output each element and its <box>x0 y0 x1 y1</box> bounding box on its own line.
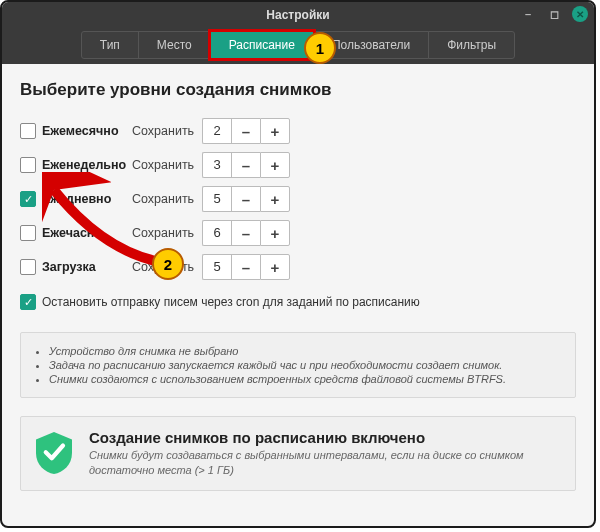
status-box: Создание снимков по расписанию включено … <box>20 416 576 491</box>
label-monthly: Ежемесячно <box>42 124 119 138</box>
checkbox-boot[interactable] <box>20 259 36 275</box>
stepper-plus[interactable]: + <box>260 254 290 280</box>
maximize-button[interactable]: ◻ <box>546 6 562 22</box>
status-title: Создание снимков по расписанию включено <box>89 429 561 446</box>
annotation-marker-2: 2 <box>152 248 184 280</box>
settings-window: Настройки – ◻ ✕ Тип Место Расписание Пол… <box>0 0 596 528</box>
stepper-hourly: 6 – + <box>202 220 290 246</box>
stepper-minus[interactable]: – <box>231 186 260 212</box>
stepper-boot: 5 – + <box>202 254 290 280</box>
stepper-minus[interactable]: – <box>231 220 260 246</box>
keep-label: Сохранить <box>132 192 202 206</box>
stepper-minus[interactable]: – <box>231 118 260 144</box>
level-row-weekly: Еженедельно Сохранить 3 – + <box>20 148 576 182</box>
info-box: Устройство для снимка не выбрано Задача … <box>20 332 576 398</box>
stepper-value[interactable]: 5 <box>202 186 231 212</box>
stepper-value[interactable]: 2 <box>202 118 231 144</box>
stepper-value[interactable]: 5 <box>202 254 231 280</box>
page-heading: Выберите уровни создания снимков <box>20 80 576 100</box>
tab-filters[interactable]: Фильтры <box>428 31 515 59</box>
checkbox-monthly[interactable] <box>20 123 36 139</box>
stepper-value[interactable]: 6 <box>202 220 231 246</box>
info-item: Задача по расписанию запускается каждый … <box>49 359 561 371</box>
level-row-hourly: Ежечасно Сохранить 6 – + <box>20 216 576 250</box>
stepper-plus[interactable]: + <box>260 186 290 212</box>
close-button[interactable]: ✕ <box>572 6 588 22</box>
keep-label: Сохранить <box>132 158 202 172</box>
keep-label: Сохранить <box>132 124 202 138</box>
level-row-daily: Ежедневно Сохранить 5 – + <box>20 182 576 216</box>
level-row-monthly: Ежемесячно Сохранить 2 – + <box>20 114 576 148</box>
tab-type[interactable]: Тип <box>81 31 139 59</box>
window-controls: – ◻ ✕ <box>520 6 588 22</box>
stepper-minus[interactable]: – <box>231 254 260 280</box>
label-hourly: Ежечасно <box>42 226 102 240</box>
stepper-plus[interactable]: + <box>260 152 290 178</box>
tab-location[interactable]: Место <box>138 31 211 59</box>
minimize-button[interactable]: – <box>520 6 536 22</box>
stepper-monthly: 2 – + <box>202 118 290 144</box>
stop-email-row: Остановить отправку писем через cron для… <box>20 294 576 310</box>
stepper-daily: 5 – + <box>202 186 290 212</box>
info-item: Снимки создаются с использованием встрое… <box>49 373 561 385</box>
titlebar: Настройки – ◻ ✕ <box>2 2 594 28</box>
keep-label: Сохранить <box>132 226 202 240</box>
stepper-weekly: 3 – + <box>202 152 290 178</box>
status-desc: Снимки будут создаваться с выбранными ин… <box>89 448 561 478</box>
content-area: Выберите уровни создания снимков Ежемеся… <box>2 64 594 505</box>
stop-email-label: Остановить отправку писем через cron для… <box>42 295 420 309</box>
label-weekly: Еженедельно <box>42 158 126 172</box>
status-text: Создание снимков по расписанию включено … <box>89 429 561 478</box>
level-row-boot: Загрузка Сохранить 5 – + <box>20 250 576 284</box>
annotation-marker-1: 1 <box>304 32 336 64</box>
checkbox-daily[interactable] <box>20 191 36 207</box>
checkbox-stop-email[interactable] <box>20 294 36 310</box>
stepper-plus[interactable]: + <box>260 118 290 144</box>
checkbox-hourly[interactable] <box>20 225 36 241</box>
tabbar: Тип Место Расписание Пользователи Фильтр… <box>2 28 594 64</box>
tab-schedule[interactable]: Расписание <box>210 31 314 59</box>
window-title: Настройки <box>266 8 329 22</box>
checkbox-weekly[interactable] <box>20 157 36 173</box>
stepper-minus[interactable]: – <box>231 152 260 178</box>
info-item: Устройство для снимка не выбрано <box>49 345 561 357</box>
shield-check-icon <box>35 432 73 474</box>
stepper-plus[interactable]: + <box>260 220 290 246</box>
label-daily: Ежедневно <box>42 192 111 206</box>
stepper-value[interactable]: 3 <box>202 152 231 178</box>
label-boot: Загрузка <box>42 260 96 274</box>
